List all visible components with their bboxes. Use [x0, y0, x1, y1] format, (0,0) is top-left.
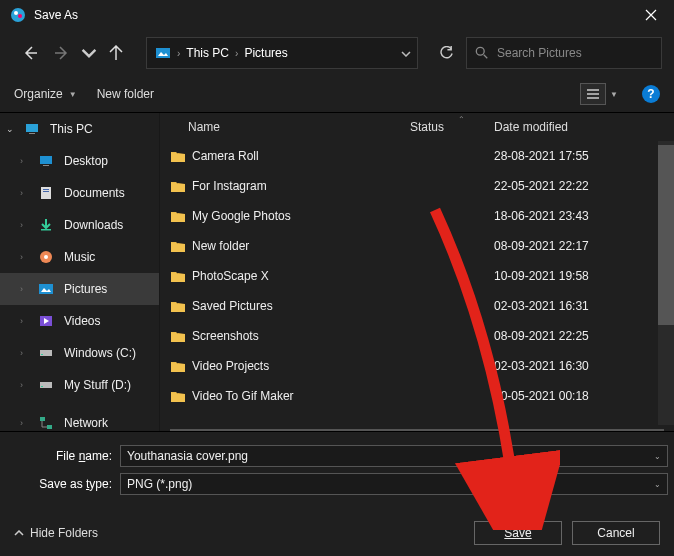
- chevron-right-icon: ›: [177, 48, 180, 59]
- forward-button[interactable]: [48, 39, 76, 67]
- tree-label: Documents: [64, 186, 125, 200]
- file-name: PhotoScape X: [192, 269, 410, 283]
- file-name: Saved Pictures: [192, 299, 410, 313]
- vertical-scrollbar[interactable]: [658, 141, 674, 425]
- filename-value: Youthanasia cover.png: [127, 449, 248, 463]
- folder-icon: [170, 359, 192, 373]
- breadcrumb-label: Pictures: [244, 46, 287, 60]
- chevron-right-icon: ›: [20, 188, 34, 198]
- close-button[interactable]: [628, 0, 674, 30]
- savetype-select[interactable]: PNG (*.png) ⌄: [120, 473, 668, 495]
- column-status[interactable]: Status: [410, 120, 494, 134]
- file-date: 20-05-2021 00:18: [494, 389, 658, 403]
- tree-label: Music: [64, 250, 95, 264]
- svg-rect-23: [41, 386, 43, 387]
- save-button[interactable]: Save: [474, 521, 562, 545]
- folder-icon: [170, 149, 192, 163]
- tree-label: Downloads: [64, 218, 123, 232]
- tree-item-desktop[interactable]: ›Desktop: [0, 145, 159, 177]
- tree-item-music[interactable]: ›Music: [0, 241, 159, 273]
- organize-menu[interactable]: Organize ▼: [14, 87, 77, 101]
- tree-label: This PC: [50, 122, 93, 136]
- scrollbar-thumb[interactable]: [658, 145, 674, 325]
- breadcrumb-pictures[interactable]: Pictures: [244, 46, 287, 60]
- file-date: 02-03-2021 16:30: [494, 359, 658, 373]
- file-row[interactable]: Video Projects02-03-2021 16:30: [170, 351, 658, 381]
- svg-point-2: [18, 14, 22, 18]
- organize-label: Organize: [14, 87, 63, 101]
- up-button[interactable]: [102, 39, 130, 67]
- pc-icon: [24, 121, 40, 137]
- svg-rect-21: [41, 354, 43, 355]
- svg-rect-3: [156, 48, 170, 58]
- chevron-down-icon[interactable]: ⌄: [654, 480, 661, 489]
- file-row[interactable]: Screenshots08-09-2021 22:25: [170, 321, 658, 351]
- svg-rect-7: [29, 133, 35, 134]
- chevron-right-icon: ›: [20, 380, 34, 390]
- arrow-right-icon: [54, 45, 70, 61]
- tree-item-videos[interactable]: ›Videos: [0, 305, 159, 337]
- file-name: Screenshots: [192, 329, 410, 343]
- tree-item-documents[interactable]: ›Documents: [0, 177, 159, 209]
- tree-root-thispc[interactable]: ⌄ This PC: [0, 113, 159, 145]
- search-input[interactable]: Search Pictures: [466, 37, 662, 69]
- filename-label: File name:: [0, 449, 120, 463]
- svg-rect-24: [40, 417, 45, 421]
- caret-down-icon: ▼: [610, 90, 618, 99]
- svg-point-1: [14, 11, 18, 15]
- window-title: Save As: [34, 8, 628, 22]
- help-button[interactable]: ?: [642, 85, 660, 103]
- new-folder-button[interactable]: New folder: [97, 87, 154, 101]
- back-button[interactable]: [16, 39, 44, 67]
- refresh-button[interactable]: [430, 37, 462, 69]
- tree-item-downloads[interactable]: ›Downloads: [0, 209, 159, 241]
- downloads-icon: [38, 217, 54, 233]
- save-label: Save: [504, 526, 531, 540]
- address-dropdown[interactable]: [401, 46, 411, 60]
- tree-item-windows-c-[interactable]: ›Windows (C:): [0, 337, 159, 369]
- breadcrumb-thispc[interactable]: This PC: [186, 46, 229, 60]
- breadcrumb-label: This PC: [186, 46, 229, 60]
- file-row[interactable]: New folder08-09-2021 22:17: [170, 231, 658, 261]
- horizontal-scroll-indicator: [170, 429, 664, 431]
- file-date: 08-09-2021 22:25: [494, 329, 658, 343]
- svg-rect-12: [43, 191, 49, 192]
- view-mode-dropdown[interactable]: ▼: [606, 83, 622, 105]
- caret-down-icon: ▼: [69, 90, 77, 99]
- file-row[interactable]: PhotoScape X10-09-2021 19:58: [170, 261, 658, 291]
- tree-label: Videos: [64, 314, 100, 328]
- hide-folders-toggle[interactable]: Hide Folders: [14, 526, 98, 540]
- file-row[interactable]: Camera Roll28-08-2021 17:55: [170, 141, 658, 171]
- tree-item-network[interactable]: › Network: [0, 407, 159, 431]
- chevron-up-icon: [14, 530, 24, 536]
- body: ⌄ This PC ›Desktop›Documents›Downloads›M…: [0, 113, 674, 431]
- column-name[interactable]: Name: [160, 120, 410, 134]
- desktop-icon: [38, 153, 54, 169]
- column-date[interactable]: Date modified: [494, 120, 674, 134]
- folder-icon: [170, 239, 192, 253]
- cancel-button[interactable]: Cancel: [572, 521, 660, 545]
- network-icon: [38, 415, 54, 431]
- file-row[interactable]: For Instagram22-05-2021 22:22: [170, 171, 658, 201]
- new-folder-label: New folder: [97, 87, 154, 101]
- file-name: Video To Gif Maker: [192, 389, 410, 403]
- help-icon: ?: [647, 87, 654, 101]
- svg-rect-25: [47, 425, 52, 429]
- arrow-up-icon: [108, 45, 124, 61]
- chevron-down-icon[interactable]: ⌄: [654, 452, 661, 461]
- file-row[interactable]: My Google Photos18-06-2021 23:43: [170, 201, 658, 231]
- filename-input[interactable]: Youthanasia cover.png ⌄: [120, 445, 668, 467]
- tree-item-my-stuff-d-[interactable]: ›My Stuff (D:): [0, 369, 159, 401]
- file-rows: Camera Roll28-08-2021 17:55For Instagram…: [160, 141, 658, 425]
- tree-label: Desktop: [64, 154, 108, 168]
- videos-icon: [38, 313, 54, 329]
- file-row[interactable]: Saved Pictures02-03-2021 16:31: [170, 291, 658, 321]
- address-bar[interactable]: › This PC › Pictures: [146, 37, 418, 69]
- folder-icon: [170, 389, 192, 403]
- tree-item-pictures[interactable]: ›Pictures: [0, 273, 159, 305]
- recent-dropdown[interactable]: [80, 39, 98, 67]
- arrow-left-icon: [22, 45, 38, 61]
- view-mode-button[interactable]: [580, 83, 606, 105]
- chevron-right-icon: ›: [20, 284, 34, 294]
- file-row[interactable]: Video To Gif Maker20-05-2021 00:18: [170, 381, 658, 411]
